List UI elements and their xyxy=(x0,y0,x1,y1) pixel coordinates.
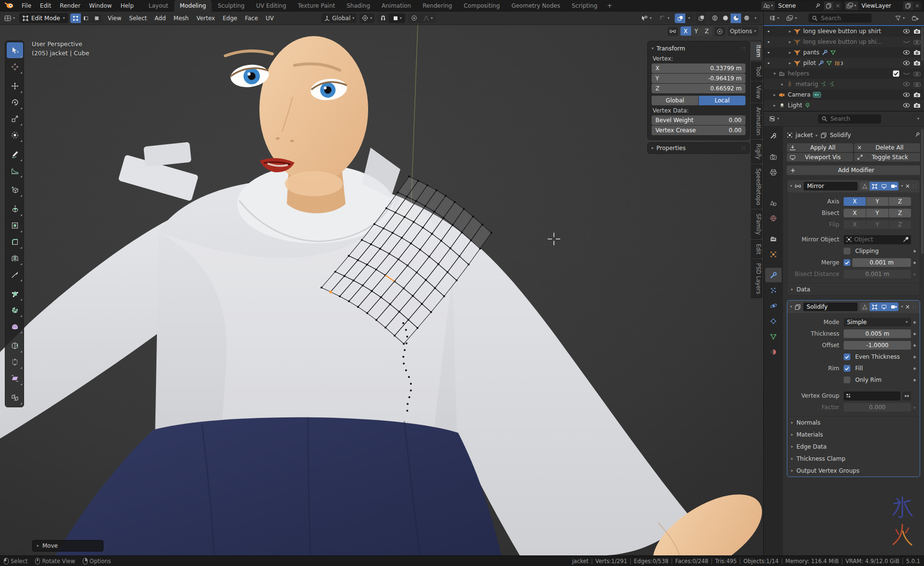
object-visibility-dropdown[interactable]: ▾ xyxy=(639,13,654,23)
display-render-toggle[interactable] xyxy=(889,182,898,190)
disable-in-render-toggle[interactable] xyxy=(911,71,922,76)
collapse-icon[interactable]: ▾ xyxy=(652,47,654,50)
display-edit-mode-toggle[interactable] xyxy=(870,182,879,190)
properties-tab-scene[interactable] xyxy=(765,196,782,210)
properties-editor-type-button[interactable]: ▾ xyxy=(767,114,782,124)
proportional-falloff-dropdown[interactable]: ▾ xyxy=(420,13,436,23)
hide-in-viewport-toggle[interactable] xyxy=(901,71,911,76)
expand-icon[interactable]: ▸ xyxy=(787,29,793,34)
global-space-button[interactable]: Global xyxy=(652,96,698,105)
outliner-row-Camera[interactable]: ▸Camera xyxy=(764,89,924,100)
delete-modifier-icon[interactable] xyxy=(905,184,910,189)
outliner-row-pants[interactable]: •▸pants xyxy=(764,47,924,58)
menu-edit[interactable]: Edit xyxy=(36,2,55,9)
solidify-section-materials[interactable]: ▸Materials xyxy=(787,428,920,440)
mirror-flip-z-button[interactable]: Z xyxy=(889,220,911,229)
viewport-menu-edge[interactable]: Edge xyxy=(219,15,241,22)
add-modifier-button[interactable]: Add Modifier xyxy=(787,165,920,175)
material-preview-shading-button[interactable] xyxy=(731,13,741,23)
mirror-flip-y-button[interactable]: Y xyxy=(866,220,888,229)
tool-tweak-button[interactable] xyxy=(7,42,23,58)
disable-in-render-toggle[interactable] xyxy=(911,60,922,66)
hide-in-viewport-toggle[interactable] xyxy=(901,82,911,87)
workspace-tab-sculpting[interactable]: Sculpting xyxy=(212,0,250,12)
outliner-row-Light[interactable]: ▸Light xyxy=(764,100,924,111)
blender-logo-icon[interactable] xyxy=(0,2,17,9)
outliner-row-long-sleeve-button-up-shirt[interactable]: •▸long sleeve button up shirt xyxy=(764,26,924,37)
hide-in-viewport-toggle[interactable] xyxy=(901,29,911,34)
tool-shrink-fatten-button[interactable] xyxy=(7,354,23,370)
local-space-button[interactable]: Local xyxy=(699,96,745,105)
viewlayer-icon[interactable]: ▾ xyxy=(845,1,858,10)
editor-type-button[interactable]: ▾ xyxy=(2,13,17,23)
n-panel-tab-edit[interactable]: Edit xyxy=(751,240,762,258)
outliner-item-label[interactable]: Light xyxy=(788,102,802,109)
mirror-axis-z-button[interactable]: Z xyxy=(889,197,911,206)
delete-modifier-icon[interactable] xyxy=(905,304,910,309)
outliner-search-input[interactable] xyxy=(820,14,868,22)
outliner-search[interactable] xyxy=(808,13,872,23)
vertex-y-field[interactable]: Y-0.96419 m xyxy=(652,74,745,83)
collapse-icon[interactable]: ▾ xyxy=(790,305,792,309)
delete-all-button[interactable]: Delete All xyxy=(854,143,921,152)
menu-help[interactable]: Help xyxy=(116,2,138,9)
even-thickness-checkbox[interactable] xyxy=(844,353,850,360)
menu-render[interactable]: Render xyxy=(55,2,85,9)
solid-shading-button[interactable] xyxy=(720,13,731,23)
properties-search-input[interactable] xyxy=(830,115,878,123)
tool-move-button[interactable] xyxy=(7,78,23,94)
workspace-tab-texture-paint[interactable]: Texture Paint xyxy=(292,0,341,12)
tool-poly-build-button[interactable] xyxy=(7,286,23,302)
properties-tab-material[interactable] xyxy=(765,345,782,359)
tool-options-dropdown[interactable]: Options▾ xyxy=(728,26,758,36)
delete-scene-button[interactable] xyxy=(834,1,842,10)
menu-window[interactable]: Window xyxy=(85,2,116,9)
drag-grip-icon[interactable]: ∷ xyxy=(912,303,917,310)
outliner-item-label[interactable]: pants xyxy=(803,49,820,56)
symmetry-z-toggle[interactable]: Z xyxy=(702,26,712,36)
modifier-extras-dropdown[interactable]: ▾ xyxy=(901,305,903,309)
viewlayer-name[interactable]: ViewLayer xyxy=(858,1,903,10)
tool-extrude-region-button[interactable] xyxy=(7,201,23,217)
outliner-item-label[interactable]: long sleeve button up shirt mi xyxy=(803,38,884,45)
scene-selector[interactable]: ▾ Scene xyxy=(761,1,842,10)
viewport-menu-vertex[interactable]: Vertex xyxy=(192,15,219,22)
tool-shear-button[interactable] xyxy=(7,370,23,386)
vertex-select-mode-button[interactable] xyxy=(70,13,81,23)
vertex-x-field[interactable]: X0.33799 m xyxy=(652,63,745,73)
drag-grip-icon[interactable]: ∷ xyxy=(912,183,917,189)
outliner-row-long-sleeve-button-up-shirt-mi[interactable]: •▸long sleeve button up shirt mi xyxy=(764,37,924,47)
n-panel-tab-tool[interactable]: Tool xyxy=(751,62,762,80)
delete-viewlayer-button[interactable] xyxy=(913,1,922,10)
tool-knife-button[interactable] xyxy=(7,266,23,282)
tool-cursor-button[interactable] xyxy=(7,59,23,75)
n-panel-tab-rigify[interactable]: Rigify xyxy=(751,140,762,163)
tool-transform-button[interactable] xyxy=(7,127,23,143)
disable-in-render-toggle[interactable] xyxy=(911,102,922,108)
transform-panel-title[interactable]: Transform xyxy=(656,45,685,52)
mode-selector[interactable]: Edit Mode▾ xyxy=(19,13,68,23)
tool-inset-faces-button[interactable] xyxy=(7,217,23,233)
solidify-section-output-vertex-groups[interactable]: ▸Output Vertex Groups xyxy=(787,465,920,477)
outliner-filter-dropdown[interactable]: ▾ xyxy=(893,13,907,23)
edge-select-mode-button[interactable] xyxy=(81,13,91,23)
pivot-point-dropdown[interactable]: ▾ xyxy=(359,13,374,23)
mirror-object-field[interactable]: Object xyxy=(844,235,911,244)
rendered-shading-button[interactable] xyxy=(741,13,752,23)
properties-tab-particles[interactable] xyxy=(765,283,782,298)
collapse-icon[interactable]: ▾ xyxy=(771,71,778,76)
transform-orientation-dropdown[interactable]: Global▾ xyxy=(321,13,357,23)
disable-in-render-toggle[interactable] xyxy=(911,81,922,87)
overlays-dropdown[interactable]: ▾ xyxy=(685,13,693,23)
outliner-row-pilot[interactable]: •▸pilot3 xyxy=(764,58,924,68)
mirror-data-section[interactable]: ▸Data xyxy=(787,283,920,295)
outliner-editor-type-button[interactable]: ▾ xyxy=(767,13,782,23)
toggle-stack-button[interactable]: Toggle Stack xyxy=(854,153,921,162)
xray-toggle[interactable] xyxy=(696,12,706,25)
disable-in-render-toggle[interactable] xyxy=(911,92,922,98)
outliner-item-label[interactable]: long sleeve button up shirt xyxy=(803,28,881,35)
collection-exclude-checkbox[interactable] xyxy=(891,70,901,77)
collapse-icon[interactable]: ▾ xyxy=(790,184,792,188)
properties-options-dropdown[interactable]: ▾ xyxy=(917,117,921,121)
pin-icon[interactable] xyxy=(914,132,920,139)
